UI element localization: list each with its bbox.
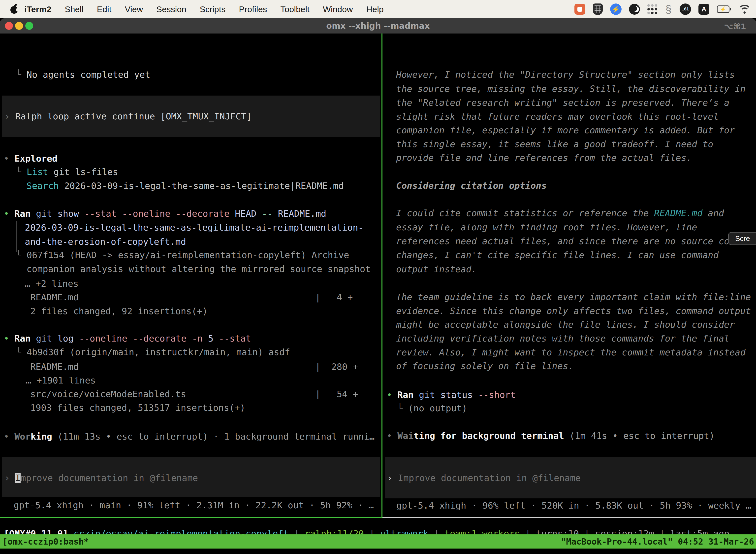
ran-git-status-command: • Ran git status --short <box>387 388 516 402</box>
explored-header: • Explored <box>4 151 58 166</box>
thinking-para3-line5: review. Also, I might want to inspect th… <box>396 345 746 359</box>
menu-item-iterm2[interactable]: iTerm2 <box>22 4 58 14</box>
agents-note: └ No agents completed yet <box>16 67 150 82</box>
menu-item-edit[interactable]: Edit <box>90 4 118 14</box>
git-show-output-message: companion analysis without altering the … <box>26 262 371 276</box>
blue-bolt-icon[interactable]: ⚡ <box>610 3 622 15</box>
thinking-para3-line2: evidence. Since this change only affects… <box>396 304 751 318</box>
prompt-input-right[interactable]: › Improve documentation in @filename <box>385 457 756 498</box>
thinking-heading: Considering citation options <box>396 178 547 192</box>
thinking-para1-line1: However, I noticed the "Directory Struct… <box>396 67 735 82</box>
git-show-arg-line1: 2026-03-09-is-legal-the-same-as-legitima… <box>25 220 363 234</box>
tree-guide-line <box>16 221 17 252</box>
squiggle-icon[interactable]: § <box>665 3 672 15</box>
apple-menu-icon[interactable] <box>10 4 18 14</box>
battery-icon[interactable]: ⚡ <box>717 3 731 15</box>
menu-item-view[interactable]: View <box>118 4 149 14</box>
screen-share-chip[interactable]: Scre <box>728 232 756 245</box>
model-status-right: gpt-5.4 xhigh · 96% left · 520K in · 5.8… <box>396 498 751 512</box>
thinking-para1-line4: slight risk that future readers may over… <box>396 109 718 124</box>
git-show-stat-summary: 2 files changed, 92 insertions(+) <box>30 304 208 318</box>
thinking-para1-line6: this single essay, it seems like a good … <box>396 137 713 151</box>
git-show-output-more: … +2 lines <box>25 277 79 291</box>
pane-divider-vertical[interactable] <box>381 34 382 518</box>
thinking-para2-line2: essay file, along with finding root file… <box>396 220 697 234</box>
input-source-icon[interactable]: A <box>698 4 709 15</box>
chat-app-icon[interactable] <box>574 4 585 15</box>
thinking-para3-line4: including verification notes with those … <box>396 331 730 345</box>
tmux-host-clock: "MacBook-Pro-44.local" 04:52 31-Mar-26 <box>561 537 756 547</box>
menu-item-profiles[interactable]: Profiles <box>232 4 273 14</box>
ran-git-show-command: • Ran git show --stat --oneline --decora… <box>4 207 326 221</box>
close-button[interactable] <box>5 22 13 30</box>
git-log-stat-voice: src/voice/voiceModeEnabled.ts | 54 + <box>30 387 358 401</box>
git-status-no-output: └ (no output) <box>397 401 467 415</box>
thinking-para3-line1: The team guideline is to back every impo… <box>396 290 751 304</box>
thinking-para3-line6: of focusing solely on file lines. <box>396 359 573 373</box>
git-show-arg-line2: and-the-erosion-of-copyleft.md <box>25 234 186 249</box>
thinking-para2-line3: references need actual files, and since … <box>396 234 740 248</box>
inject-banner: › Ralph loop active continue [OMX_TMUX_I… <box>2 96 380 137</box>
git-log-output-more: … +1901 lines <box>26 373 96 387</box>
thinking-para1-line3: the "Related research writing" section i… <box>396 96 730 110</box>
menu-item-scripts[interactable]: Scripts <box>193 4 232 14</box>
tmux-status-bar: [omx-cczip0:bash* "MacBook-Pro-44.local"… <box>0 535 756 549</box>
pane-border-bottom-right <box>382 517 756 518</box>
thinking-para1-line7: provide file and line references from th… <box>396 151 692 165</box>
thinking-para1-line2: the source tree, missing the essay. Stil… <box>396 82 746 96</box>
menu-item-session[interactable]: Session <box>149 4 193 14</box>
tmux-session-window: [omx-cczip0:bash* <box>0 537 89 547</box>
pane-border-bottom-left <box>0 517 382 518</box>
explored-list-line: └ List git ls-files <box>16 165 118 179</box>
menu-item-window[interactable]: Window <box>316 4 360 14</box>
explored-search-line: Search 2026-03-09-is-legal-the-same-as-l… <box>26 179 344 193</box>
menu-item-help[interactable]: Help <box>360 4 390 14</box>
git-log-stat-summary: 1903 files changed, 513517 insertions(+) <box>30 401 245 415</box>
terminal-content: └ No agents completed yet › Ralph loop a… <box>0 34 756 554</box>
screen-share-chip-label: Scre <box>735 234 750 243</box>
thinking-para2-line5: output instead. <box>396 262 477 276</box>
waiting-status-line: • Waiting for background terminal (1m 41… <box>387 429 714 443</box>
wifi-icon[interactable] <box>739 4 751 14</box>
menu-item-toolbelt[interactable]: Toolbelt <box>274 4 316 14</box>
thinking-para2-line1: I could cite commit statistics or refere… <box>396 206 724 220</box>
thinking-para3-line3: might be acceptable alongside the file l… <box>396 318 735 332</box>
prompt-input-right-text[interactable]: › Improve documentation in @filename <box>387 471 581 485</box>
working-status-line: • Working (11m 13s • esc to interrupt) ·… <box>4 429 375 444</box>
menu-item-shell[interactable]: Shell <box>58 4 90 14</box>
git-show-stat-readme: README.md | 4 + <box>30 290 353 304</box>
dot-grid-icon[interactable] <box>647 4 657 14</box>
git-show-output-commit: └ 067f154 (HEAD -> essay/ai-reimplementa… <box>16 248 349 262</box>
tab-shortcut-label: ⌥⌘1 <box>724 22 746 31</box>
prompt-input-left-text[interactable]: › Improve documentation in @filename <box>4 471 198 485</box>
thinking-para2-line4: changes, I can't cite specific file line… <box>396 248 718 262</box>
shield-grid-icon[interactable] <box>593 3 603 15</box>
macos-menu-bar: iTerm2 Shell Edit View Session Scripts P… <box>0 0 756 18</box>
git-log-stat-readme: README.md | 280 + <box>30 359 358 374</box>
moon-circle-icon[interactable] <box>629 4 640 15</box>
window-title: omx --xhigh --madmax <box>0 21 756 31</box>
percent-badge-icon[interactable]: ..61 <box>680 3 691 15</box>
zoom-button[interactable] <box>25 22 33 30</box>
thinking-para1-line5: companion file, especially if more comme… <box>396 123 735 137</box>
minimize-button[interactable] <box>15 22 23 30</box>
window-title-bar: omx --xhigh --madmax <box>0 18 756 34</box>
model-status-left: gpt-5.4 xhigh · main · 91% left · 2.31M … <box>14 498 374 512</box>
inject-banner-text: › Ralph loop active continue [OMX_TMUX_I… <box>4 109 252 123</box>
prompt-input-left[interactable]: › Improve documentation in @filename <box>2 457 380 497</box>
ran-git-log-command: • Ran git log --oneline --decorate -n 5 … <box>4 331 251 345</box>
git-log-output-commit: └ 4b9d30f (origin/main, instructkr/main,… <box>16 345 290 359</box>
